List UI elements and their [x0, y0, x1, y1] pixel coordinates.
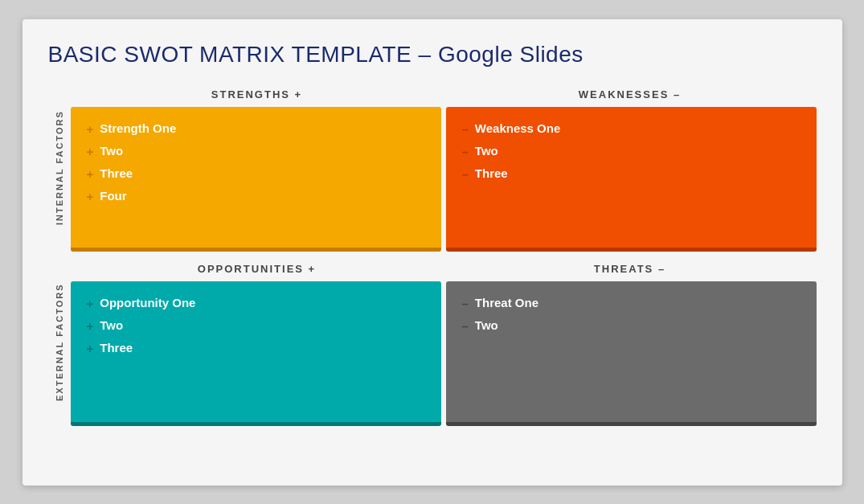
threats-header: THREATS – — [444, 258, 817, 281]
weakness-text-3: Three — [475, 166, 508, 180]
opportunity-text-2: Two — [100, 318, 123, 332]
external-factors-label: EXTERNAL FACTORS — [48, 258, 71, 426]
strength-icon-3: + — [87, 167, 94, 181]
matrix-container: INTERNAL FACTORS STRENGTHS + WEAKNESSES … — [48, 84, 817, 426]
threats-cell: – Threat One – Two — [446, 281, 817, 426]
strengths-cell: + Strength One + Two + Three + — [71, 107, 441, 252]
opportunity-icon-2: + — [87, 319, 94, 333]
strength-icon-2: + — [87, 145, 94, 158]
opportunities-header: OPPORTUNITIES + — [71, 258, 444, 281]
upper-section: INTERNAL FACTORS STRENGTHS + WEAKNESSES … — [48, 84, 817, 252]
strength-icon-4: + — [87, 190, 94, 203]
opportunities-cell: + Opportunity One + Two + Three — [71, 281, 441, 426]
external-matrix-cells: OPPORTUNITIES + THREATS – + Opportunity … — [71, 258, 817, 426]
strength-text-3: Three — [100, 166, 133, 180]
threat-icon-1: – — [462, 297, 469, 310]
strength-text-1: Strength One — [100, 121, 176, 135]
weakness-icon-1: – — [462, 122, 469, 136]
lower-column-headers: OPPORTUNITIES + THREATS – — [71, 258, 817, 281]
internal-matrix-cells: STRENGTHS + WEAKNESSES – + Strength One … — [71, 84, 817, 252]
strength-item-1: + Strength One — [87, 121, 425, 136]
strengths-header: STRENGTHS + — [71, 84, 444, 107]
opportunity-text-3: Three — [100, 341, 133, 354]
weakness-item-1: – Weakness One — [462, 121, 801, 136]
opportunity-item-3: + Three — [87, 341, 425, 355]
title-bold: BASIC SWOT MATRIX TEMPLATE — [48, 42, 412, 67]
weakness-text-2: Two — [475, 144, 498, 158]
opportunity-text-1: Opportunity One — [100, 296, 195, 309]
internal-factors-label: INTERNAL FACTORS — [48, 84, 71, 252]
threat-text-1: Threat One — [475, 296, 538, 309]
slide: BASIC SWOT MATRIX TEMPLATE – Google Slid… — [23, 19, 842, 486]
opportunity-icon-1: + — [87, 297, 94, 310]
strength-icon-1: + — [87, 122, 94, 136]
row-gap — [48, 252, 817, 258]
strength-text-2: Two — [100, 144, 123, 158]
lower-cells-row: + Opportunity One + Two + Three — [71, 281, 817, 426]
weakness-icon-2: – — [462, 145, 469, 158]
weakness-text-1: Weakness One — [475, 121, 560, 135]
threat-item-1: – Threat One — [462, 296, 801, 310]
upper-column-headers: STRENGTHS + WEAKNESSES – — [71, 84, 817, 107]
weakness-item-2: – Two — [462, 144, 801, 158]
threat-icon-2: – — [462, 319, 469, 333]
threat-text-2: Two — [475, 318, 498, 332]
upper-cells-row: + Strength One + Two + Three + — [71, 107, 817, 252]
lower-section: EXTERNAL FACTORS OPPORTUNITIES + THREATS… — [48, 258, 817, 426]
opportunity-item-1: + Opportunity One — [87, 296, 425, 310]
title-normal: – Google Slides — [412, 42, 583, 67]
weaknesses-header: WEAKNESSES – — [444, 84, 817, 107]
opportunity-item-2: + Two — [87, 318, 425, 333]
threat-item-2: – Two — [462, 318, 801, 333]
strength-text-4: Four — [100, 189, 126, 203]
weaknesses-cell: – Weakness One – Two – Three — [446, 107, 817, 252]
weakness-icon-3: – — [462, 167, 469, 181]
strength-item-4: + Four — [87, 189, 425, 203]
opportunity-icon-3: + — [87, 342, 94, 355]
strength-item-3: + Three — [87, 166, 425, 181]
strength-item-2: + Two — [87, 144, 425, 158]
slide-title: BASIC SWOT MATRIX TEMPLATE – Google Slid… — [48, 42, 817, 68]
weakness-item-3: – Three — [462, 166, 801, 181]
